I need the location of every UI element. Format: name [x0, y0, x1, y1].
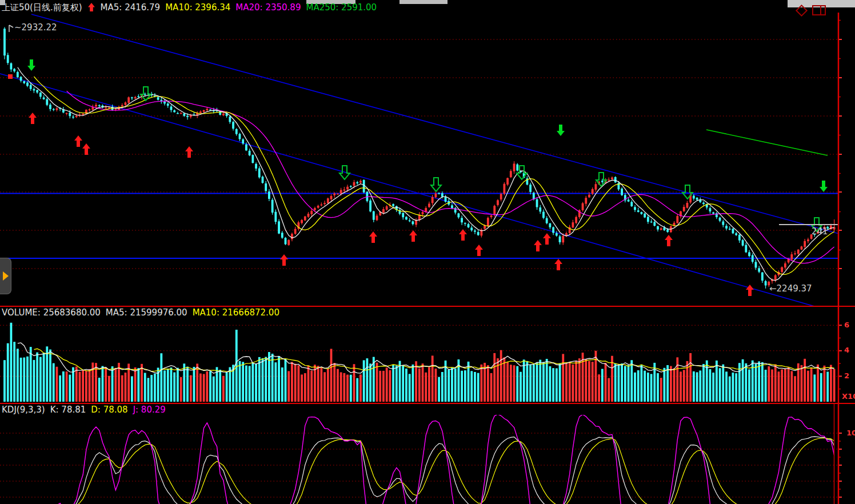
- volume-multiplier-label: X10: [842, 392, 855, 401]
- ma10-value: MA10: 2396.34: [165, 2, 230, 13]
- ma250-value: MA250: 2591.00: [306, 2, 377, 13]
- split-pane-icon[interactable]: [812, 5, 826, 15]
- kdj-header: KDJ(9,3,3) K: 78.81 D: 78.08 J: 80.29: [2, 405, 166, 415]
- high-annotation: ~2932.22: [14, 22, 57, 33]
- kdj-axis-label-100: 100: [846, 429, 855, 437]
- chart-canvas[interactable]: [0, 0, 855, 504]
- volume-axis-label-2: 2: [844, 371, 849, 380]
- left-expand-handle[interactable]: [0, 258, 11, 294]
- split-pane-divider: [820, 6, 821, 14]
- volume-header: VOLUME: 25683680.00 MA5: 21599976.00 MA1…: [2, 307, 279, 318]
- ma20-value: MA20: 2350.89: [235, 2, 301, 13]
- volume-value: VOLUME: 25683680.00: [2, 307, 101, 318]
- volume-axis-label-6: 6: [844, 321, 849, 329]
- symbol-title: 上证50(日线.前复权): [2, 2, 82, 13]
- volume-ma10-value: MA10: 21666872.00: [193, 307, 279, 318]
- last-price-label: 241: [812, 226, 828, 237]
- main-chart-header: 上证50(日线.前复权) MA5: 2416.79 MA10: 2396.34 …: [2, 2, 377, 13]
- kdj-k-value: K: 78.81: [50, 405, 86, 415]
- volume-ma5-value: MA5: 21599976.00: [106, 307, 187, 318]
- red-up-arrow-icon: [87, 2, 95, 13]
- kdj-j-value: J: 80.29: [133, 405, 166, 415]
- ma5-value: MA5: 2416.79: [101, 2, 161, 13]
- volume-axis-label-4: 4: [844, 346, 849, 354]
- play-icon: [3, 271, 9, 281]
- window-fragment: [399, 0, 448, 4]
- kdj-d-value: D: 78.08: [91, 405, 127, 415]
- trading-app-window: 上证50(日线.前复权) MA5: 2416.79 MA10: 2396.34 …: [0, 0, 855, 504]
- low-annotation: ←2249.37: [769, 283, 812, 294]
- kdj-params: KDJ(9,3,3): [2, 405, 45, 415]
